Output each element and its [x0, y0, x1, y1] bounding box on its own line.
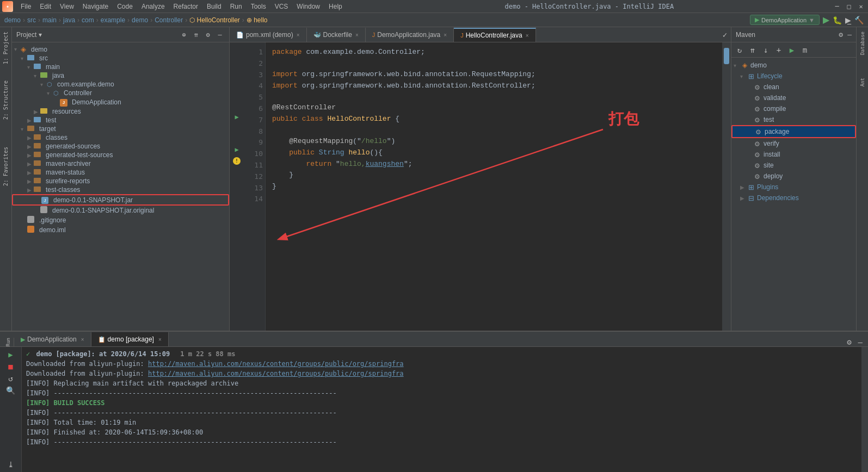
maven-item-compile[interactable]: ⚙ compile — [731, 103, 856, 114]
close-demo-run-tab[interactable]: × — [81, 337, 84, 343]
tree-item-main[interactable]: ▾ main — [12, 63, 229, 71]
build-button[interactable]: 🔨 — [854, 16, 864, 24]
settings-button[interactable]: ⚙ — [203, 30, 213, 40]
coverage-button[interactable]: ▶̲ — [845, 16, 851, 24]
maven-item-clean[interactable]: ⚙ clean — [731, 82, 856, 92]
maven-run-button[interactable]: ▶ — [786, 44, 798, 56]
run-search-button[interactable]: 🔍 — [6, 386, 15, 395]
menu-edit[interactable]: Edit — [35, 2, 56, 11]
maven-refresh-button[interactable]: ↻ — [734, 44, 746, 56]
run-scroll-button[interactable]: ⤓ — [8, 460, 14, 469]
tree-item-java[interactable]: ▾ java — [12, 71, 229, 80]
crumb-main[interactable]: main — [42, 16, 57, 24]
maven-collapse-button[interactable]: ⇈ — [747, 44, 759, 56]
menu-navigate[interactable]: Navigate — [78, 2, 113, 11]
crumb-hellocontroller[interactable]: ⬡ HelloController — [189, 16, 240, 24]
maven-hide-button[interactable]: — — [847, 30, 852, 39]
run-stop-button[interactable]: ■ — [8, 362, 13, 371]
log-scrollbar[interactable] — [861, 347, 868, 472]
tree-item-gen-test-sources[interactable]: ▶ generated-test-sources — [12, 151, 229, 159]
maven-item-verify[interactable]: ⚙ verify — [731, 138, 856, 149]
lightbulb-icon[interactable]: ! — [233, 157, 241, 165]
menu-file[interactable]: File — [16, 2, 35, 11]
tab-demo-app[interactable]: J DemoApplication.java × — [366, 28, 454, 42]
maven-item-validate[interactable]: ⚙ validate — [731, 92, 856, 103]
maven-item-dependencies[interactable]: ▶ ⊟ Dependencies — [731, 192, 856, 203]
crumb-src[interactable]: src — [27, 16, 36, 24]
close-button[interactable]: ✕ — [856, 2, 866, 11]
tree-item-controller-pkg[interactable]: ▾ ⬡ Controller — [12, 89, 229, 97]
collapse-editor-button[interactable]: ✓ — [719, 28, 731, 42]
crumb-demo2[interactable]: demo — [132, 16, 148, 24]
maven-exec-button[interactable]: m — [799, 44, 811, 56]
run-panel-settings[interactable]: ⚙ — [844, 338, 854, 346]
favorites-strip-label[interactable]: 2: Favorites — [2, 145, 10, 188]
tree-item-test[interactable]: ▶ test — [12, 116, 229, 125]
maven-item-demo[interactable]: ▾ ◈ demo — [731, 60, 856, 71]
maven-item-site[interactable]: ⚙ site — [731, 160, 856, 171]
maven-add-button[interactable]: + — [773, 44, 785, 56]
menu-run[interactable]: Run — [226, 2, 247, 11]
run-rerun-button[interactable]: ↺ — [8, 374, 13, 383]
menu-analyze[interactable]: Analyze — [137, 2, 169, 11]
tree-item-package[interactable]: ▾ ⬡ com.example.demo — [12, 80, 229, 89]
add-button[interactable]: ⊕ — [179, 30, 189, 40]
maven-download-button[interactable]: ↓ — [760, 44, 772, 56]
hide-button[interactable]: — — [215, 30, 225, 40]
bottom-tab-package[interactable]: 📋 demo [package] × — [91, 332, 169, 346]
run-strip-label[interactable]: Run — [2, 338, 14, 346]
menu-help[interactable]: Help — [324, 2, 347, 11]
maven-item-deploy[interactable]: ⚙ deploy — [731, 171, 856, 182]
bottom-tab-demo-app[interactable]: ▶ DemoApplication × — [14, 332, 91, 346]
maven-item-install[interactable]: ⚙ install — [731, 149, 856, 160]
crumb-example[interactable]: example — [101, 16, 125, 24]
menu-vcs[interactable]: VCS — [270, 2, 293, 11]
run-button[interactable]: ▶ — [823, 15, 829, 25]
ant-strip-label[interactable]: Ant — [860, 76, 865, 89]
structure-strip-label[interactable]: 2: Structure — [2, 78, 10, 122]
log-download-1-link[interactable]: http://maven.aliyun.com/nexus/content/gr… — [148, 360, 404, 368]
close-demo-app-tab[interactable]: × — [444, 32, 447, 38]
tree-item-maven-archiver[interactable]: ▶ maven-archiver — [12, 159, 229, 168]
tree-item-resources[interactable]: ▶ resources — [12, 107, 229, 116]
tree-item-surefire[interactable]: ▶ surefire-reports — [12, 177, 229, 185]
tree-item-maven-status[interactable]: ▶ maven-status — [12, 168, 229, 177]
tree-item-target[interactable]: ▾ target — [12, 125, 229, 133]
menu-refactor[interactable]: Refactor — [169, 2, 202, 11]
tree-item-gen-sources[interactable]: ▶ generated-sources — [12, 142, 229, 151]
close-package-run-tab[interactable]: × — [158, 337, 162, 343]
tree-item-demo-app[interactable]: J DemoApplication — [12, 97, 229, 107]
close-dockerfile-tab[interactable]: × — [355, 32, 359, 38]
tree-item-gitignore[interactable]: .gitignore — [12, 215, 229, 225]
collapse-button[interactable]: ⇈ — [191, 30, 201, 40]
tab-pom[interactable]: 📄 pom.xml (demo) × — [230, 28, 307, 42]
minimize-button[interactable]: ─ — [832, 2, 842, 11]
log-download-2-link[interactable]: http://maven.aliyun.com/nexus/content/gr… — [148, 370, 404, 377]
tree-item-jar-original[interactable]: demo-0.0.1-SNAPSHOT.jar.original — [12, 206, 229, 215]
tree-item-test-classes[interactable]: ▶ test-classes — [12, 185, 229, 194]
debug-button[interactable]: 🐛 — [833, 16, 842, 24]
close-hellocontroller-tab[interactable]: × — [526, 33, 529, 39]
maven-settings-button[interactable]: ⚙ — [839, 30, 843, 39]
database-strip-label[interactable]: Database — [860, 29, 865, 57]
maven-item-plugins[interactable]: ▶ ⊞ Plugins — [731, 182, 856, 192]
menu-view[interactable]: View — [56, 2, 78, 11]
menu-code[interactable]: Code — [113, 2, 137, 11]
run-config-dropdown[interactable]: ▶ DemoApplication ▼ — [750, 15, 820, 25]
tree-item-iml[interactable]: demo.iml — [12, 225, 229, 235]
maven-item-lifecycle[interactable]: ▾ ⊞ Lifecycle — [731, 71, 856, 82]
crumb-com[interactable]: com — [82, 16, 94, 24]
crumb-java[interactable]: java — [63, 16, 75, 24]
maven-item-test[interactable]: ⚙ test — [731, 114, 856, 125]
close-pom-tab[interactable]: × — [297, 32, 300, 38]
maven-item-package[interactable]: ⚙ package — [731, 125, 856, 138]
run-play-button[interactable]: ▶ — [8, 350, 13, 359]
menu-tools[interactable]: Tools — [247, 2, 270, 11]
project-strip-label[interactable]: 1: Project — [2, 29, 10, 66]
run-panel-minimize[interactable]: — — [855, 338, 866, 346]
tree-item-classes[interactable]: ▶ classes — [12, 133, 229, 142]
code-editor[interactable]: package com.example.demo.Controller; imp… — [266, 42, 722, 331]
tree-item-jar[interactable]: J demo-0.0.1-SNAPSHOT.jar — [12, 194, 229, 206]
crumb-hello[interactable]: ⊕ hello — [247, 16, 268, 24]
tab-dockerfile[interactable]: 🐳 Dockerfile × — [307, 28, 366, 42]
